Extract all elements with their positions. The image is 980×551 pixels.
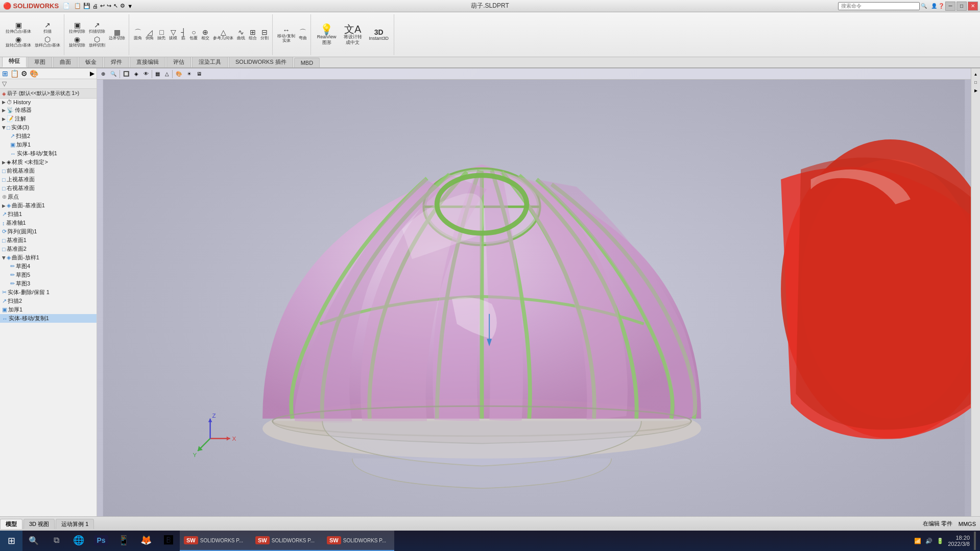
tab-render[interactable]: 渲染工具 [192, 56, 228, 67]
split-btn[interactable]: ⊟分割 [259, 28, 270, 41]
tab-weldments[interactable]: 焊件 [104, 56, 129, 67]
tree-item-circular-pattern[interactable]: ⟳ 阵列(圆周)1 [0, 227, 97, 236]
tab-mbd[interactable]: MBD [294, 58, 320, 67]
zoom-to-fit-btn[interactable]: ⊕ [99, 70, 107, 77]
tree-root[interactable]: ◈ 葫子 (默认<<默认>显示状态 1>) [0, 89, 97, 99]
loft-boss-btn[interactable]: ⬡ 放样凸台/基体 [33, 35, 62, 49]
tree-item-movecopy1b[interactable]: ↔ 实体-移动/复制1 [0, 314, 97, 323]
volume-icon[interactable]: 🔊 [925, 538, 933, 544]
tree-item-origin[interactable]: ⊕ 原点 [0, 193, 97, 201]
tab-surface[interactable]: 曲面 [53, 56, 78, 67]
save-btn[interactable]: 💾 [83, 3, 90, 9]
undo-btn[interactable]: ↩ [100, 3, 105, 9]
tree-item-front-plane[interactable]: □ 前视基准面 [0, 166, 97, 175]
file-menu[interactable]: 📄 [61, 3, 72, 9]
fillet-btn[interactable]: ⌒圆角 [132, 28, 144, 41]
realview-btn[interactable]: 💡 RealView图形 [314, 23, 340, 46]
intersect-btn[interactable]: ⊕相交 [200, 28, 211, 41]
extrude-cut-btn[interactable]: ▣ 拉伸切除 [67, 21, 87, 34]
curve-btn[interactable]: ∿曲线 [235, 28, 247, 41]
status-tab-model[interactable]: 模型 [0, 519, 22, 529]
tree-item-annotations[interactable]: ▶ 📝 注解 [0, 114, 97, 123]
tree-item-sweep2b[interactable]: ↗ 扫描2 [0, 297, 97, 305]
select-btn[interactable]: ↖ [113, 3, 118, 9]
zoom-btn[interactable]: 🔍 [108, 70, 118, 77]
shell-btn[interactable]: □抽壳 [156, 28, 167, 41]
taskbar-baidu[interactable]: 🅱 [157, 531, 180, 551]
tree-item-axis1[interactable]: ↕ 基准轴1 [0, 219, 97, 227]
new-btn[interactable]: 📋 [74, 3, 81, 9]
tree-item-sketch4[interactable]: ✏ 草图4 [0, 262, 97, 271]
display-settings-btn[interactable]: 🖥 [195, 70, 204, 77]
status-tab-motion[interactable]: 运动算例 1 [56, 519, 94, 529]
tree-item-sweep1[interactable]: ↗ 扫描1 [0, 210, 97, 219]
tree-item-sensors[interactable]: ▶ 📡 传感器 [0, 106, 97, 114]
sweep-boss-btn[interactable]: ↗ 扫描 [33, 21, 62, 34]
scene-btn[interactable]: ☀ [185, 70, 194, 77]
taskbar-browser[interactable]: 🌐 [67, 531, 90, 551]
taskbar-app4[interactable]: 🦊 [135, 531, 157, 551]
view-orient-btn[interactable]: 🔲 [121, 70, 131, 77]
tree-item-plane2[interactable]: □ 基准面2 [0, 245, 97, 253]
maximize-button[interactable]: □ [957, 2, 967, 11]
strip-btn-3[interactable]: ▶ [972, 87, 979, 94]
view-foreshorten-btn[interactable]: △ [163, 70, 171, 77]
taskbar-sw-app-2[interactable]: SW SOLIDWORKS P... [251, 531, 323, 551]
rib-btn[interactable]: ┤筋 [179, 28, 187, 41]
tree-item-bodies[interactable]: ▶ □ 实体(3) [0, 123, 97, 132]
tab-direct[interactable]: 直接编辑 [130, 56, 165, 67]
sweep-cut-btn[interactable]: ↗ 扫描切除 [87, 21, 107, 34]
tab-evaluate[interactable]: 评估 [166, 56, 191, 67]
strip-btn-1[interactable]: ▲ [972, 70, 979, 78]
tab-sketch[interactable]: 草图 [28, 56, 52, 67]
taskbar-app3[interactable]: 📱 [112, 531, 135, 551]
taskbar-search[interactable]: 🔍 [22, 531, 45, 551]
tree-item-sketch5[interactable]: ✏ 草图5 [0, 271, 97, 279]
wrap-btn[interactable]: ○包覆 [188, 28, 199, 41]
tree-item-movecopy1[interactable]: ↔ 实体-移动/复制1 [0, 149, 97, 158]
print-btn[interactable]: 🖨 [92, 3, 98, 9]
minimize-button[interactable]: ─ [945, 2, 955, 11]
close-button[interactable]: ✕ [968, 2, 978, 11]
filter-icon[interactable]: ▽ [2, 80, 7, 87]
revolve-cut-btn[interactable]: ◉ 旋转切除 [67, 35, 87, 49]
flex-btn[interactable]: ⌒ 弯曲 [297, 28, 308, 41]
status-tab-3dview[interactable]: 3D 视图 [23, 519, 55, 529]
tree-item-surface-body[interactable]: ▶ ◈ 曲面-基准面1 [0, 201, 97, 210]
tree-item-delete-face[interactable]: ✂ 实体-删除/保留 1 [0, 288, 97, 297]
appearance-view-btn[interactable]: 🎨 [174, 70, 184, 77]
draft-btn[interactable]: ▽拔模 [168, 28, 179, 41]
redo-btn[interactable]: ↪ [107, 3, 111, 9]
extrude-boss-btn[interactable]: ▣ 拉伸凸台/基体 [4, 21, 33, 34]
property-icon[interactable]: 📋 [10, 69, 19, 78]
strip-btn-2[interactable]: □ [972, 79, 979, 86]
config-icon[interactable]: ⚙ [21, 69, 28, 78]
chamfer-btn[interactable]: ◿倒角 [144, 28, 155, 41]
panel-resize-handle[interactable] [96, 59, 98, 537]
tree-item-sweep2[interactable]: ↗ 扫描2 [0, 132, 97, 140]
taskbar-sw-app-3[interactable]: SW SOLIDWORKS P... [323, 531, 394, 551]
clock[interactable]: 18:20 2022/3/8 [948, 535, 970, 547]
expand-icon[interactable]: ▶ [90, 70, 94, 77]
tree-item-plane1[interactable]: □ 基准面1 [0, 236, 97, 245]
tree-item-thicken1[interactable]: ▣ 加厚1 [0, 140, 97, 149]
section-view-btn[interactable]: ▦ [153, 70, 162, 77]
taskbar-task-view[interactable]: ⧉ [45, 531, 67, 551]
search-input[interactable] [838, 2, 920, 10]
hide-show-btn[interactable]: 👁 [141, 70, 151, 77]
feature-tree-icon[interactable]: ⊞ [2, 69, 8, 78]
ref-geo-btn[interactable]: △参考几何体 [211, 28, 235, 41]
tree-item-thicken1b[interactable]: ▣ 加厚1 [0, 305, 97, 314]
tree-item-top-plane[interactable]: □ 上视基准面 [0, 175, 97, 184]
help-icon[interactable]: ❓ [938, 3, 944, 9]
tree-item-material[interactable]: ▶ ◈ 材质 <未指定> [0, 158, 97, 166]
more-btn[interactable]: ▼ [127, 3, 133, 9]
combine-btn[interactable]: ⊞组合 [247, 28, 258, 41]
design-to-chinese-btn[interactable]: 文A 将设计转成中文 [340, 23, 366, 46]
options-btn[interactable]: ⚙ [120, 3, 125, 9]
taskbar-sw-app-1[interactable]: SW SOLIDWORKS P... [180, 531, 251, 551]
network-icon[interactable]: 📶 [914, 538, 921, 544]
revolve-boss-btn[interactable]: ◉ 旋转凸台/基体 [4, 35, 33, 49]
instant3d-btn[interactable]: 3D Instant3D [366, 28, 392, 42]
tree-item-surface-fill[interactable]: ▶ ◈ 曲面-放样1 [0, 253, 97, 262]
